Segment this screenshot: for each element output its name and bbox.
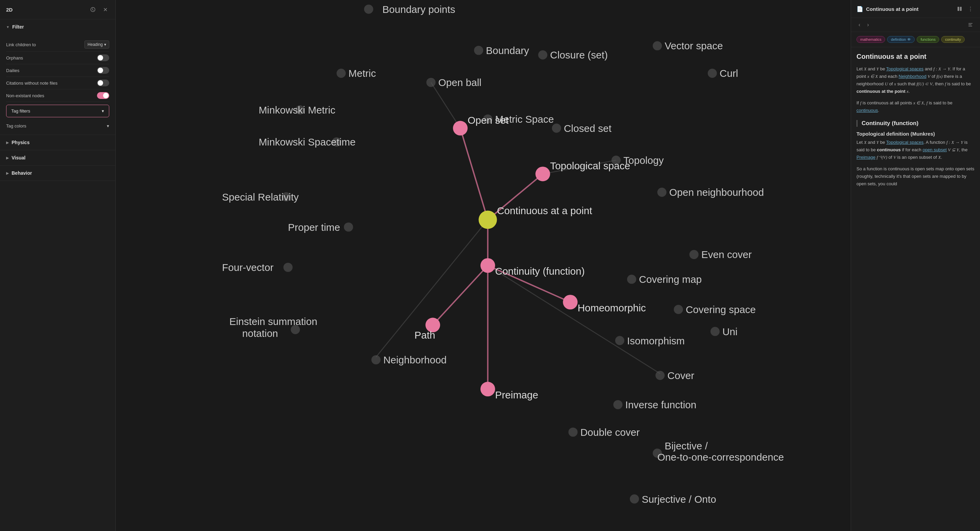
svg-text:Cover: Cover	[667, 370, 694, 381]
svg-text:Uni: Uni	[722, 326, 737, 337]
dailies-row: Dailies	[6, 64, 109, 77]
tag-filters-button[interactable]: Tag filters ▾	[6, 105, 109, 117]
neighborhood-link[interactable]: Neighborhood	[899, 74, 927, 79]
math-x4: x	[907, 89, 908, 94]
svg-text:Boundary: Boundary	[486, 45, 529, 56]
svg-point-36	[689, 250, 698, 259]
tag-continuity[interactable]: continuity	[941, 36, 964, 43]
filter-content: Link children to Heading ▾ Orphans Daili…	[0, 34, 115, 135]
para2: If f is continuous at all points x ∈ X, …	[856, 99, 975, 114]
svg-text:Homeomorphic: Homeomorphic	[578, 302, 646, 314]
svg-point-34	[657, 188, 667, 197]
svg-line-7	[488, 265, 570, 302]
dailies-toggle[interactable]	[97, 67, 109, 74]
citations-toggle[interactable]	[97, 79, 109, 86]
tag-colors-row[interactable]: Tag colors ▾	[6, 120, 109, 130]
nav-arrows: ‹ ›	[856, 21, 871, 29]
graph-area[interactable]: Boundary points Boundary Closure (set) V…	[116, 0, 851, 531]
math-f: f : X → Y	[933, 66, 950, 71]
citations-label: Citations without note files	[6, 81, 57, 86]
tags-row: mathematics definition 👁 functions conti…	[851, 32, 980, 47]
continuous-link[interactable]: continuous	[856, 108, 878, 113]
orphans-toggle[interactable]	[97, 54, 109, 61]
filter-chevron: ▼	[6, 25, 10, 29]
orphans-label: Orphans	[6, 55, 23, 60]
svg-text:Curl: Curl	[720, 68, 738, 79]
math-finv: f⁻¹(V)	[877, 155, 887, 160]
svg-point-68	[479, 211, 497, 229]
svg-point-14	[538, 50, 547, 60]
non-existant-toggle[interactable]	[97, 92, 109, 99]
tag-definition-label: definition	[891, 37, 906, 41]
svg-point-28	[483, 114, 492, 124]
history-button[interactable]	[89, 5, 97, 14]
sidebar-collapse-button[interactable]	[956, 5, 964, 13]
visual-header[interactable]: ▶ Visual	[0, 150, 115, 165]
math-x6: X	[864, 140, 867, 145]
filter-section-header[interactable]: ▼ Filter	[0, 19, 115, 34]
link-children-label: Link children to	[6, 42, 36, 47]
math-f3: f	[860, 100, 862, 105]
svg-text:Boundary points: Boundary points	[382, 4, 455, 15]
list-align-button[interactable]	[966, 21, 975, 29]
more-options-button[interactable]: ⋮	[966, 5, 975, 13]
svg-rect-83	[960, 7, 962, 11]
svg-point-52	[291, 325, 300, 334]
close-button[interactable]: ✕	[101, 5, 109, 14]
math-fx: f(x)	[937, 74, 943, 79]
svg-text:Einstein summation: Einstein summation	[229, 316, 317, 327]
behavior-header[interactable]: ▶ Behavior	[0, 166, 115, 181]
tag-definition[interactable]: definition 👁	[887, 36, 915, 43]
panel-header-icons: ✕	[89, 5, 109, 14]
svg-point-48	[344, 222, 353, 231]
svg-text:Double cover: Double cover	[580, 426, 640, 438]
continuous-bold: continuous at the point	[856, 89, 905, 94]
topological-spaces-link[interactable]: Topological spaces	[886, 66, 924, 71]
nav-forward-button[interactable]: ›	[865, 21, 871, 29]
svg-text:Surjective / Onto: Surjective / Onto	[642, 494, 716, 505]
svg-point-61	[653, 449, 662, 458]
intro-paragraph: Let X and Y be Topological spaces and f …	[856, 65, 975, 95]
svg-text:notation: notation	[242, 328, 278, 339]
nav-bar: ‹ ›	[851, 18, 980, 32]
svg-point-70	[453, 121, 468, 135]
note-body: Let X and Y be Topological spaces and f …	[856, 65, 975, 114]
svg-point-10	[364, 5, 373, 14]
physics-header[interactable]: ▶ Physics	[0, 135, 115, 150]
svg-point-80	[480, 382, 495, 396]
math-y2: Y	[877, 140, 879, 145]
link-children-dropdown[interactable]: Heading ▾	[84, 40, 109, 49]
svg-point-78	[425, 318, 440, 333]
right-panel: 📄 Continuous at a point ⋮ ‹ ›	[851, 0, 980, 531]
math-x: X	[864, 66, 867, 71]
continuous-bold2: continuous	[877, 147, 901, 152]
tag-filters-chevron: ▾	[102, 108, 104, 114]
svg-line-8	[433, 265, 488, 325]
preimage-link[interactable]: Preimage	[856, 155, 875, 160]
right-header: 📄 Continuous at a point ⋮	[851, 0, 980, 18]
nav-back-button[interactable]: ‹	[856, 21, 862, 29]
math-f2: f	[945, 81, 946, 86]
note-title: Continuous at a point	[856, 53, 975, 60]
math-f5: f : X → Y	[946, 140, 963, 145]
dropdown-chevron: ▾	[104, 42, 106, 47]
right-header-left: 📄 Continuous at a point	[856, 6, 918, 12]
non-existant-row: Non-existant nodes	[6, 89, 109, 102]
tag-functions[interactable]: functions	[917, 36, 939, 43]
svg-text:One-to-one-correspondence: One-to-one-correspondence	[657, 452, 784, 463]
tag-mathematics[interactable]: mathematics	[856, 36, 885, 43]
open-subset-link[interactable]: open subset	[923, 147, 947, 152]
topological-spaces-link2[interactable]: Topological spaces	[886, 140, 924, 145]
svg-text:Open ball: Open ball	[438, 77, 482, 88]
tag-filters-label: Tag filters	[11, 108, 30, 114]
left-panel: 2D ✕ ▼ Filter Link children to Heading ▾	[0, 0, 116, 531]
topological-def-heading: Topological definition (Munkres)	[856, 131, 975, 137]
math-y: Y	[877, 66, 879, 71]
math-x5: x ∈ X	[913, 100, 924, 105]
behavior-label: Behavior	[11, 170, 32, 176]
orphans-row: Orphans	[6, 52, 109, 64]
math-u: U	[885, 81, 888, 86]
math-fu: f(U) ⊂ V	[916, 81, 932, 86]
svg-text:Closure (set): Closure (set)	[550, 49, 608, 60]
svg-text:Neighborhood: Neighborhood	[383, 354, 447, 365]
